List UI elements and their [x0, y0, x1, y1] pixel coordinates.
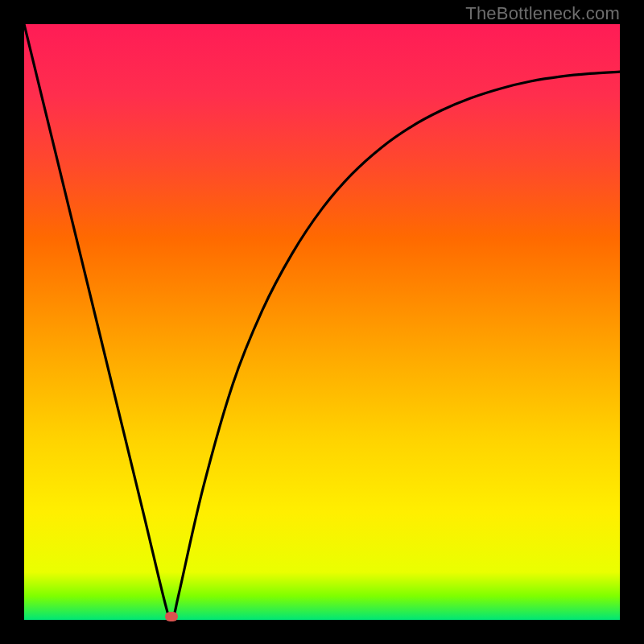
chart-container: TheBottleneck.com [0, 0, 644, 644]
attribution-label: TheBottleneck.com [465, 3, 620, 24]
curve-svg [24, 24, 620, 620]
minimum-marker [165, 612, 178, 621]
plot-area [24, 24, 620, 620]
bottleneck-curve [24, 24, 620, 620]
